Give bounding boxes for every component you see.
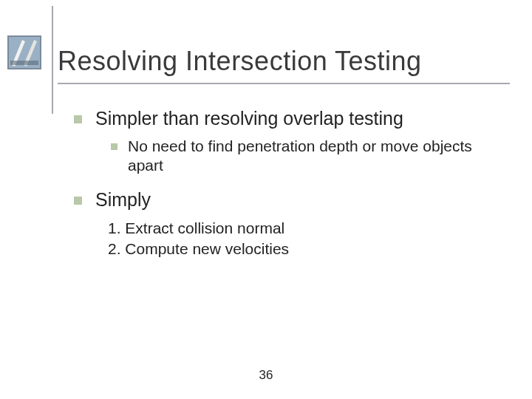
page-number: 36 — [0, 368, 532, 383]
square-bullet-icon — [74, 197, 82, 205]
bullet-text: No need to find penetration depth or mov… — [128, 137, 510, 176]
bullet-level2: No need to find penetration depth or mov… — [111, 137, 510, 176]
numbered-item: 1. Extract collision normal — [108, 218, 510, 239]
gdc-logo-icon — [7, 35, 41, 69]
bullet-text: Simpler than resolving overlap testing — [95, 108, 403, 129]
vertical-rule — [52, 6, 53, 114]
bullet-text: Simply — [95, 189, 151, 211]
svg-rect-2 — [10, 61, 38, 65]
numbered-list: 1. Extract collision normal 2. Compute n… — [108, 218, 510, 260]
bullet-level1: Simpler than resolving overlap testing — [74, 108, 510, 129]
square-bullet-icon — [74, 115, 82, 123]
bullet-level1: Simply — [74, 189, 510, 211]
numbered-item: 2. Compute new velocities — [108, 239, 510, 259]
slide-title: Resolving Intersection Testing — [58, 46, 422, 77]
slide-body: Simpler than resolving overlap testing N… — [74, 108, 510, 259]
square-bullet-icon — [111, 143, 117, 150]
horizontal-rule — [58, 83, 510, 84]
